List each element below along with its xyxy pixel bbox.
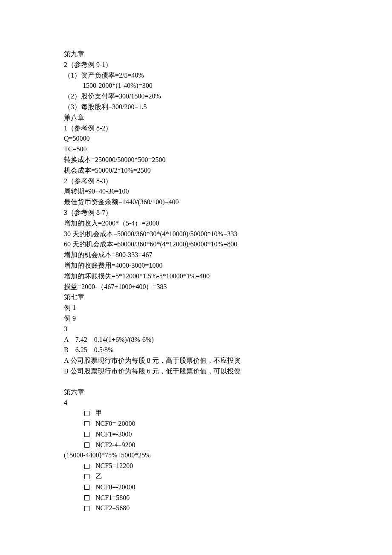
text-line: 第九章 — [64, 49, 328, 60]
list-item-label: NCF0=-20000 — [95, 419, 135, 429]
text-line: 3（参考例 8-7） — [64, 208, 328, 218]
square-bullet-icon — [84, 485, 89, 490]
list-item: NCF2=5680 — [64, 503, 328, 514]
square-bullet-icon — [84, 464, 89, 469]
text-line: 2（参考例 9-1） — [64, 60, 328, 70]
text-line: 损益=2000-（467+1000+400）=383 — [64, 282, 328, 292]
text-line: 3 — [64, 324, 328, 335]
list-item: NCF1=-3000 — [64, 429, 328, 440]
chapter-heading: 第六章 — [64, 387, 328, 398]
text-line: (15000-4400)*75%+5000*25% — [64, 450, 328, 461]
text-line: 转换成本=250000/50000*500=2500 — [64, 155, 328, 165]
list-item-label: NCF2-4=9200 — [95, 440, 135, 451]
square-bullet-icon — [84, 474, 89, 479]
text-line: 增加的收账费用=4000-3000=1000 — [64, 260, 328, 271]
text-line: 最佳货币资金余额=1440/(360/100)=400 — [64, 197, 328, 208]
square-bullet-icon — [84, 506, 89, 511]
text-line: 第七章 — [64, 292, 328, 303]
square-bullet-icon — [84, 411, 89, 416]
text-block-main: 第九章 2（参考例 9-1） （1）资产负债率=2/5=40% 1500-200… — [64, 49, 328, 377]
text-line: 60 天的机会成本=60000/360*60*(4*12000)/60000*1… — [64, 239, 328, 250]
list-item-label: 乙 — [95, 471, 102, 482]
text-line: （3）每股股利=300/200=1.5 — [64, 102, 328, 113]
text-line: 例 1 — [64, 303, 328, 313]
list-item-label: NCF1=-3000 — [95, 429, 132, 440]
list-item-label: NCF0=-20000 — [95, 482, 135, 493]
list-item: NCF0=-20000 — [64, 482, 328, 493]
list-item: NCF0=-20000 — [64, 419, 328, 429]
text-line: 增加的机会成本=800-333=467 — [64, 250, 328, 260]
text-line: 增加的收入=2000*（5-4）=2000 — [64, 218, 328, 229]
text-line: B 公司股票现行市价为每股 6 元，低于股票价值，可以投资 — [64, 366, 328, 377]
list-item-label: NCF2=5680 — [95, 503, 130, 514]
bullet-list: 甲 NCF0=-20000 NCF1=-3000 NCF2-4=9200 — [64, 408, 328, 450]
list-item: NCF1=5800 — [64, 493, 328, 503]
square-bullet-icon — [84, 442, 89, 448]
text-line: 2（参考例 8-3） — [64, 176, 328, 187]
text-line: Q=50000 — [64, 133, 328, 144]
list-item-label: NCF5=12200 — [95, 461, 133, 471]
list-item: 甲 — [64, 408, 328, 419]
text-line: B 6.25 0.5/8% — [64, 345, 328, 356]
text-line: A 7.42 0.14(1+6%)/(8%-6%) — [64, 335, 328, 345]
list-item-label: 甲 — [95, 408, 102, 419]
list-item: 乙 — [64, 471, 328, 482]
square-bullet-icon — [84, 495, 89, 500]
text-line: 1500-2000*(1-40%)=300 — [64, 81, 328, 91]
list-item: NCF5=12200 — [64, 461, 328, 471]
text-line: A 公司股票现行市价为每股 8 元，高于股票价值，不应投资 — [64, 356, 328, 366]
square-bullet-icon — [84, 432, 89, 437]
text-line: 增加的坏账损失=5*12000*1.5%-5*10000*1%=400 — [64, 271, 328, 282]
list-item: NCF2-4=9200 — [64, 440, 328, 451]
text-line: 例 9 — [64, 313, 328, 324]
document-page: 第九章 2（参考例 9-1） （1）资产负债率=2/5=40% 1500-200… — [0, 0, 392, 555]
text-line: 30 天的机会成本=50000/360*30*(4*10000)/50000*1… — [64, 229, 328, 240]
square-bullet-icon — [84, 421, 89, 426]
text-line: 第八章 — [64, 113, 328, 123]
text-line: （2）股份支付率=300/1500=20% — [64, 91, 328, 102]
list-item-label: NCF1=5800 — [95, 493, 130, 503]
text-line: 4 — [64, 398, 328, 408]
text-line: TC=500 — [64, 144, 328, 155]
blank-line — [64, 377, 328, 387]
text-line: 机会成本=50000/2*10%=2500 — [64, 165, 328, 176]
text-line: 周转期=90+40-30=100 — [64, 186, 328, 197]
bullet-list: NCF5=12200 乙 NCF0=-20000 NCF1=5800 NCF2=… — [64, 461, 328, 514]
text-line: 1（参考例 8-2） — [64, 123, 328, 134]
text-line: （1）资产负债率=2/5=40% — [64, 70, 328, 81]
